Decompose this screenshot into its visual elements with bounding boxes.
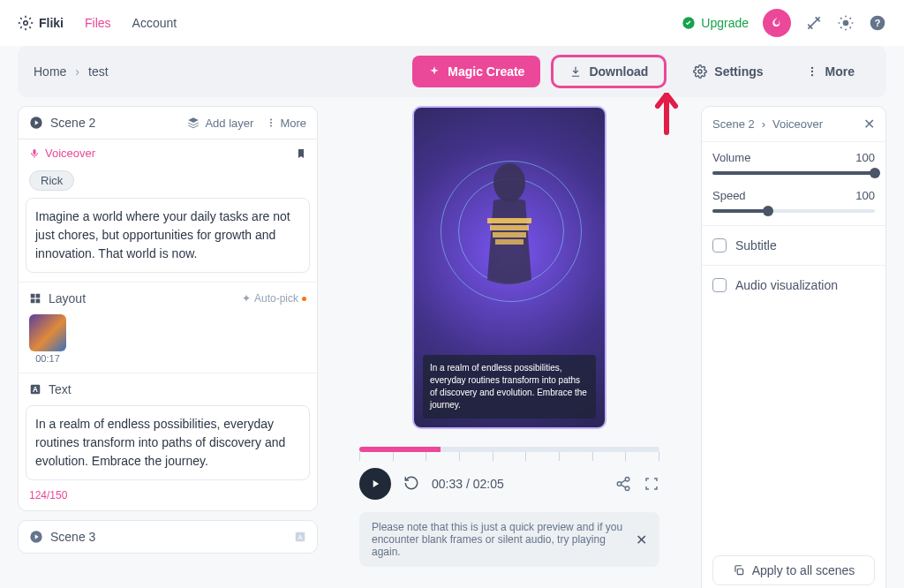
text-icon: A	[294, 531, 306, 543]
flame-button[interactable]	[763, 9, 791, 37]
scene-head: Scene 2 Add layer More	[19, 107, 317, 139]
svg-rect-14	[31, 294, 35, 298]
chevron-right-icon: ›	[762, 117, 765, 131]
breadcrumb-home[interactable]: Home	[34, 64, 66, 79]
breadcrumb: Home › test	[34, 64, 109, 79]
fullscreen-icon[interactable]	[644, 476, 659, 492]
play-button[interactable]	[359, 468, 391, 500]
add-layer-button[interactable]: Add layer	[187, 117, 253, 130]
svg-point-8	[810, 74, 812, 76]
checkbox[interactable]	[712, 238, 727, 253]
copy-icon	[733, 564, 745, 577]
svg-rect-31	[737, 569, 742, 574]
close-icon[interactable]: ✕	[863, 116, 875, 132]
play-icon	[369, 478, 381, 490]
text-section: A Text	[19, 373, 317, 405]
settings-button[interactable]: Settings	[677, 56, 779, 87]
magic-create-button[interactable]: Magic Create	[412, 56, 540, 87]
audiovis-row[interactable]: Audio visualization	[702, 265, 885, 305]
svg-rect-26	[493, 232, 526, 237]
svg-point-0	[24, 21, 28, 26]
nav-account[interactable]: Account	[132, 16, 177, 30]
play-circle-icon	[29, 116, 43, 130]
scene-actions: Add layer More	[187, 117, 306, 130]
subtitle-row[interactable]: Subtitle	[702, 225, 885, 265]
svg-point-29	[617, 482, 622, 486]
main: Scene 2 Add layer More Voiceover	[0, 106, 904, 588]
svg-rect-27	[495, 239, 524, 245]
tools-icon[interactable]	[805, 14, 823, 32]
brand-logo[interactable]: Fliki	[18, 15, 64, 31]
apply-all-button[interactable]: Apply to all scenes	[712, 555, 875, 585]
volume-row: Volume100	[702, 142, 885, 180]
speed-slider[interactable]	[712, 209, 875, 213]
replay-icon	[403, 475, 419, 491]
voice-chip[interactable]: Rick	[29, 170, 74, 191]
svg-rect-15	[36, 294, 41, 298]
scene-more-button[interactable]: More	[266, 117, 306, 130]
play-circle-icon	[29, 530, 43, 544]
svg-point-10	[270, 119, 272, 121]
gear-icon	[693, 64, 707, 79]
preview-column: In a realm of endless possibilities, eve…	[330, 106, 689, 588]
share-icon[interactable]	[615, 476, 631, 492]
svg-point-7	[810, 71, 812, 72]
svg-point-23	[493, 163, 525, 202]
layout-icon	[29, 292, 41, 305]
topbar-right: Upgrade ?	[682, 9, 886, 37]
toolbar: Home › test Magic Create Download Settin…	[18, 46, 886, 97]
svg-point-12	[270, 125, 272, 127]
verified-icon	[682, 16, 696, 30]
topbar: Fliki Files Account Upgrade ?	[0, 0, 904, 46]
download-icon	[569, 65, 582, 78]
flame-icon	[770, 16, 784, 30]
replay-button[interactable]	[403, 475, 419, 494]
download-button[interactable]: Download	[551, 55, 667, 88]
text-counter: 124/150	[19, 489, 317, 510]
layout-section: Layout ✦ Auto-pick	[19, 282, 317, 314]
topbar-left: Fliki Files Account	[18, 15, 177, 31]
time-display: 00:33 / 02:05	[432, 477, 504, 491]
upgrade-button[interactable]: Upgrade	[682, 16, 749, 30]
toolbar-actions: Magic Create Download Settings More	[412, 55, 870, 88]
sparkle-icon	[428, 65, 441, 78]
help-icon[interactable]: ?	[869, 14, 886, 32]
svg-point-5	[698, 70, 702, 73]
more-button[interactable]: More	[790, 56, 870, 87]
nav-files[interactable]: Files	[85, 16, 111, 30]
panel-breadcrumb: Scene 2 › Voiceover ✕	[702, 107, 885, 142]
scene-card-3[interactable]: Scene 3 A	[18, 520, 318, 554]
preview-notice: Please note that this is just a quick pr…	[359, 512, 659, 567]
svg-rect-17	[36, 299, 41, 304]
text-textbox[interactable]: In a realm of endless possibilities, eve…	[26, 405, 310, 480]
thumb-duration: 00:17	[29, 353, 66, 364]
dots-vertical-icon	[806, 65, 818, 78]
svg-text:?: ?	[875, 18, 881, 28]
autopick-button[interactable]: ✦ Auto-pick	[242, 292, 306, 305]
volume-slider[interactable]	[712, 171, 875, 175]
scene-card-2: Scene 2 Add layer More Voiceover	[18, 106, 318, 511]
close-icon[interactable]: ✕	[636, 531, 647, 548]
arrow-annotation	[653, 93, 680, 139]
speed-row: Speed100	[702, 180, 885, 225]
svg-point-2	[843, 20, 849, 26]
voiceover-textbox[interactable]: Imagine a world where your daily tasks a…	[26, 198, 310, 273]
theme-icon[interactable]	[837, 14, 855, 32]
layers-icon	[187, 117, 200, 129]
checkbox[interactable]	[712, 278, 727, 292]
voiceover-head[interactable]: Voiceover	[19, 139, 317, 167]
video-preview[interactable]: In a realm of endless possibilities, eve…	[412, 106, 606, 429]
svg-point-6	[810, 67, 812, 69]
scene-title[interactable]: Scene 2	[29, 116, 95, 130]
playbar: 00:33 / 02:05	[359, 468, 659, 500]
bookmark-icon[interactable]	[296, 148, 306, 159]
scenes-column: Scene 2 Add layer More Voiceover	[18, 106, 318, 588]
svg-point-11	[270, 122, 272, 124]
timeline[interactable]	[359, 447, 659, 461]
gear-icon	[18, 15, 34, 31]
mic-icon	[29, 148, 40, 159]
svg-rect-24	[487, 218, 531, 223]
preview-figure	[456, 156, 562, 315]
svg-point-30	[625, 486, 629, 491]
layout-thumbnail[interactable]	[29, 314, 66, 351]
